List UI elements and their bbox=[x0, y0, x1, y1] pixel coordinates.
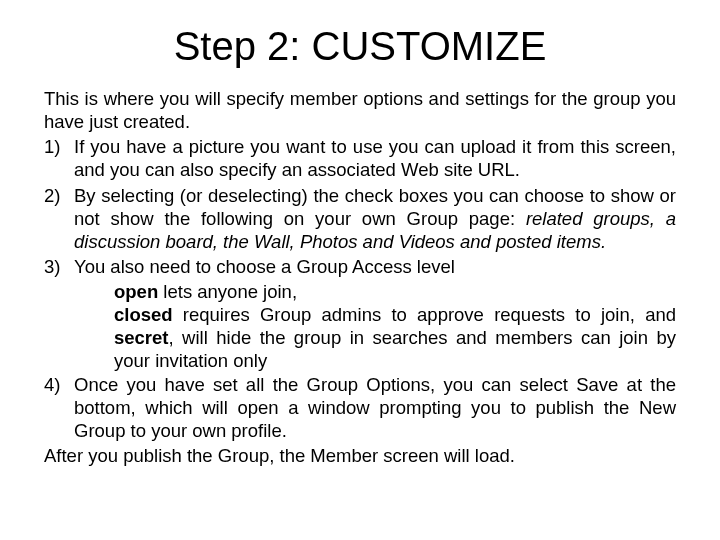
item-text: You also need to choose a Group Access l… bbox=[74, 255, 676, 278]
access-level-open: open lets anyone join, bbox=[114, 280, 676, 303]
numbered-list-cont: 4) Once you have set all the Group Optio… bbox=[44, 373, 676, 442]
item-number: 2) bbox=[44, 184, 74, 253]
access-level-closed-secret: closed requires Group admins to approve … bbox=[114, 303, 676, 372]
intro-text: This is where you will specify member op… bbox=[44, 87, 676, 133]
list-item: 2) By selecting (or deselecting) the che… bbox=[44, 184, 676, 253]
item-text: If you have a picture you want to use yo… bbox=[74, 135, 676, 181]
item-text: By selecting (or deselecting) the check … bbox=[74, 184, 676, 253]
slide: Step 2: CUSTOMIZE This is where you will… bbox=[0, 0, 720, 540]
item-number: 3) bbox=[44, 255, 74, 278]
numbered-list: 1) If you have a picture you want to use… bbox=[44, 135, 676, 278]
slide-title: Step 2: CUSTOMIZE bbox=[44, 24, 676, 69]
slide-body: This is where you will specify member op… bbox=[44, 87, 676, 467]
item-number: 4) bbox=[44, 373, 74, 442]
item-text: Once you have set all the Group Options,… bbox=[74, 373, 676, 442]
list-item: 1) If you have a picture you want to use… bbox=[44, 135, 676, 181]
list-item: 4) Once you have set all the Group Optio… bbox=[44, 373, 676, 442]
outro-text: After you publish the Group, the Member … bbox=[44, 444, 676, 467]
item-number: 1) bbox=[44, 135, 74, 181]
list-item: 3) You also need to choose a Group Acces… bbox=[44, 255, 676, 278]
